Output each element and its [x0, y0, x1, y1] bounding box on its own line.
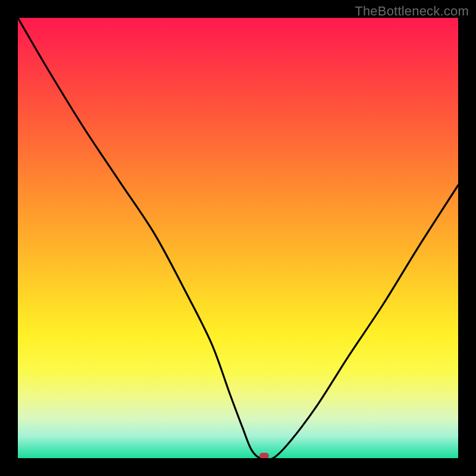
plot-area	[18, 18, 458, 458]
curve-path	[18, 18, 458, 458]
min-marker	[259, 453, 269, 458]
chart-frame: TheBottleneck.com	[0, 0, 476, 476]
watermark-text: TheBottleneck.com	[355, 4, 469, 19]
bottleneck-curve	[18, 18, 458, 458]
